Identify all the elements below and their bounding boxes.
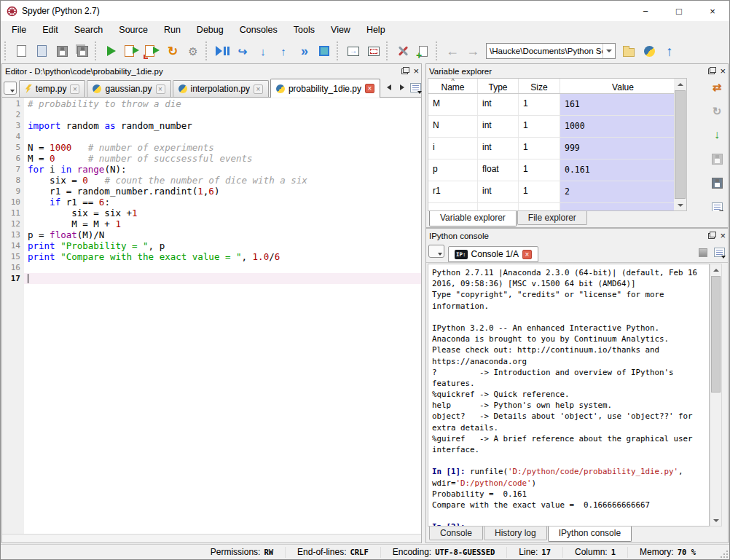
maximize-button[interactable]: □ [662,1,696,21]
run-button[interactable] [101,41,122,61]
editor-undock-icon[interactable] [401,68,408,74]
set-console-working-dir-button[interactable] [639,41,659,61]
scrollbar-thumb[interactable] [675,90,686,199]
save-data-as-button[interactable] [710,176,724,190]
code-line[interactable]: 14print "Probability = ", p [2,240,421,251]
step-over-button[interactable]: ↪ [232,41,253,61]
editor-options-icon[interactable] [410,83,421,92]
editor-horizontal-scrollbar[interactable] [2,534,421,543]
editor-close-icon[interactable]: × [413,68,419,75]
menu-edit[interactable]: Edit [34,23,66,37]
column-header-value[interactable]: Value [560,79,686,93]
continue-button[interactable]: » [294,41,314,61]
variable-row[interactable]: iint1999 [428,138,686,159]
maximize-pane-button[interactable]: → [343,41,364,61]
code-line[interactable]: 4 [2,131,421,142]
menu-tools[interactable]: Tools [286,23,323,37]
console-scrollbar[interactable] [710,264,722,527]
editor-tab-interpolation-py[interactable]: interpolation.py× [173,80,269,97]
menu-consoles[interactable]: Consoles [232,23,286,37]
code-line[interactable]: 1# probability to throw a die [2,98,421,109]
ipython-console-close-icon[interactable]: × [720,232,726,240]
run-cell-advance-button[interactable] [142,41,162,61]
column-header-name[interactable]: Name [428,79,478,93]
interrupt-kernel-icon[interactable] [699,248,707,257]
close-button[interactable]: × [696,1,729,21]
variable-row[interactable]: Mint1161 [428,94,686,116]
code-line[interactable]: 2 [2,109,421,120]
step-into-button[interactable]: ↓ [253,41,273,61]
refresh-button[interactable]: ⇄ [710,79,724,94]
variable-row[interactable]: pfloat10.161 [428,159,686,181]
open-file-button[interactable] [31,41,52,61]
scroll-down-icon[interactable] [710,515,721,526]
parent-directory-button[interactable]: ↑ [659,41,680,61]
import-data-button[interactable]: ↓ [710,127,724,142]
browse-consoles-icon[interactable] [428,245,444,258]
dropdown-arrow-icon[interactable] [603,44,615,58]
tab-close-icon[interactable]: × [70,84,79,94]
minimize-button[interactable]: − [629,1,662,21]
code-area[interactable]: 1# probability to throw a die23import ra… [2,98,421,534]
resize-grip-icon[interactable] [721,551,728,558]
code-line[interactable]: 5N = 1000 # number of experiments [2,142,421,153]
save-data-button[interactable] [710,151,724,166]
tools-button[interactable] [393,41,413,61]
browse-working-dir-button[interactable] [619,41,639,61]
add-python-path-button[interactable] [413,41,433,61]
variable-table[interactable]: NameTypeSizeValueMint1161Nint11000iint19… [428,78,687,211]
editor-tab-probability_1die-py[interactable]: probability_1die.py× [270,79,380,98]
tab-file-explorer[interactable]: File explorer [517,211,587,225]
menu-debug[interactable]: Debug [189,23,232,37]
scroll-up-icon[interactable] [674,79,686,90]
save-all-button[interactable] [72,41,93,61]
run-settings-button[interactable]: ⚙ [183,41,203,61]
browse-tabs-icon[interactable] [4,82,17,95]
back-button[interactable]: ← [442,41,463,61]
variable-explorer-undock-icon[interactable] [708,68,715,74]
column-header-size[interactable]: Size [519,79,560,93]
console-tab-close-icon[interactable]: × [522,250,532,259]
console-output[interactable]: Python 2.7.11 |Anaconda 2.3.0 (64-bit)| … [428,264,710,527]
column-header-type[interactable]: Type [478,79,519,93]
rerun-button[interactable]: ↻ [162,41,183,61]
step-return-button[interactable]: ↑ [273,41,294,61]
code-line[interactable]: 15print "Compare with the exact value = … [2,251,421,262]
console-tab[interactable]: IP: Console 1/A × [448,246,538,262]
scroll-down-icon[interactable] [674,200,686,210]
code-line[interactable]: 16 [2,262,421,273]
code-line[interactable]: 11 six = six +1 [2,208,421,218]
code-line[interactable]: 12 M = M + 1 [2,218,421,229]
code-line[interactable]: 3import random as random_number [2,120,421,131]
tab-close-icon[interactable]: × [156,84,165,94]
menu-run[interactable]: Run [156,23,189,37]
code-line[interactable]: 6M = 0 # number of succsessful events [2,153,421,164]
menu-search[interactable]: Search [66,23,111,37]
fullscreen-button[interactable] [364,41,384,61]
menu-source[interactable]: Source [111,23,156,37]
save-button[interactable] [52,41,72,61]
code-line[interactable]: 9 r1 = random_number.randint(1,6) [2,186,421,197]
next-tab-icon[interactable] [397,82,407,93]
stop-button[interactable] [314,41,334,61]
menu-view[interactable]: View [323,23,358,37]
variable-explorer-close-icon[interactable]: × [720,68,726,75]
code-line[interactable]: 10 if r1 == 6: [2,197,421,208]
tab-variable-explorer[interactable]: Variable explorer [429,211,517,226]
tab-ipython-console[interactable]: IPython console [548,527,632,542]
variable-row[interactable]: r1int12 [428,181,686,203]
editor-tab-gaussian-py[interactable]: gaussian.py× [87,80,170,97]
ipython-console-undock-icon[interactable] [708,233,715,239]
tab-close-icon[interactable]: × [254,84,263,94]
refresh-periodic-button[interactable]: ↻ [710,103,724,118]
working-directory-combobox[interactable]: \Haucke\Documents\Python Scripts [486,43,616,59]
tab-console[interactable]: Console [429,527,483,540]
variable-row[interactable]: Nint11000 [428,116,686,138]
variable-table-scrollbar[interactable] [674,79,686,210]
run-cell-button[interactable] [122,41,142,61]
console-options-icon[interactable] [714,248,725,257]
new-file-button[interactable] [11,41,31,61]
scroll-up-icon[interactable] [710,264,721,275]
tab-history-log[interactable]: History log [484,527,547,540]
previous-tab-icon[interactable] [384,82,394,93]
